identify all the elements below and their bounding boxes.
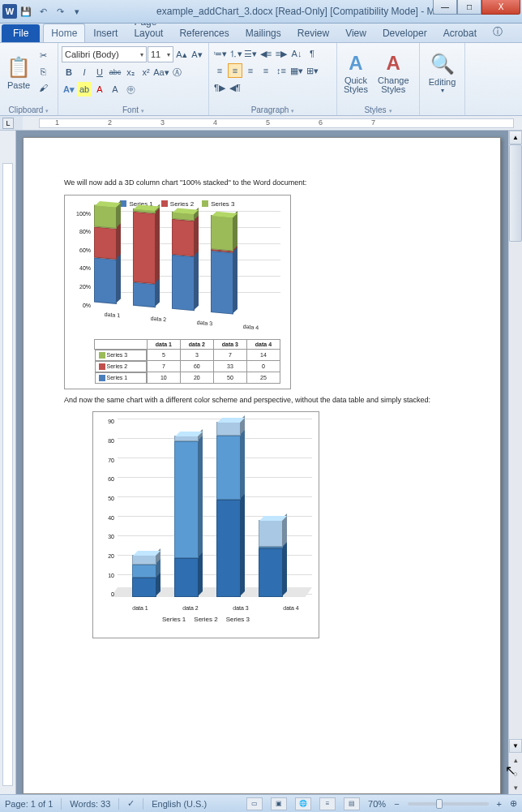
italic-button[interactable]: I: [77, 65, 92, 79]
font-group-label: Font: [58, 105, 208, 115]
format-painter-button[interactable]: 🖌: [36, 80, 50, 95]
paragraph-2: And now the same chart with a different …: [64, 396, 460, 406]
scroll-thumb[interactable]: [509, 144, 522, 242]
zoom-in-button[interactable]: +: [497, 799, 502, 809]
font-color-button[interactable]: A: [92, 82, 107, 97]
close-button[interactable]: X: [481, 0, 520, 15]
scroll-up-button[interactable]: ▲: [509, 131, 522, 144]
quick-styles-button[interactable]: AQuick Styles: [339, 45, 373, 101]
tab-review[interactable]: Review: [289, 24, 337, 42]
tab-developer[interactable]: Developer: [374, 24, 435, 42]
tab-acrobat[interactable]: Acrobat: [435, 24, 485, 42]
status-language[interactable]: English (U.S.): [152, 799, 207, 809]
maximize-button[interactable]: □: [457, 0, 481, 15]
enclose-characters-button[interactable]: ㊥: [123, 82, 138, 97]
numbering-button[interactable]: ⒈▾: [228, 46, 242, 61]
qa-save-button[interactable]: 💾: [18, 3, 34, 19]
collapse-ribbon-button[interactable]: ▴: [514, 24, 522, 42]
strike-button[interactable]: abc: [108, 65, 122, 79]
paste-button[interactable]: 📋Paste: [2, 45, 36, 101]
highlight-button[interactable]: ab: [77, 82, 92, 97]
status-bar: Page: 1 of 1 Words: 33 ✓ English (U.S.) …: [0, 794, 522, 812]
align-left-button[interactable]: ≡: [212, 63, 227, 78]
document-area: We will now add a 3D column chart "100% …: [0, 131, 508, 794]
character-shading-button[interactable]: A: [108, 82, 122, 97]
tab-file[interactable]: File: [2, 24, 40, 42]
text-effects-button[interactable]: A▾: [62, 82, 76, 97]
zoom-out-button[interactable]: −: [394, 799, 399, 809]
shrink-font-button[interactable]: A▾: [190, 47, 204, 62]
vertical-ruler[interactable]: [0, 131, 16, 794]
status-words[interactable]: Words: 33: [70, 799, 110, 809]
bullets-button[interactable]: ≔▾: [212, 46, 227, 61]
styles-aa-icon: A: [387, 52, 400, 75]
scroll-down-button[interactable]: ▼: [509, 739, 522, 753]
chart2-y-axis: 9080706050403020100: [101, 419, 114, 597]
status-page[interactable]: Page: 1 of 1: [5, 799, 53, 809]
word-app-icon[interactable]: W: [2, 4, 17, 19]
align-right-button[interactable]: ≡: [243, 63, 258, 78]
clipboard-icon: 📋: [6, 56, 31, 79]
chart1-data-table: data 1data 2data 3data 4 Series 353714 S…: [94, 339, 280, 385]
grow-font-button[interactable]: A▴: [174, 47, 189, 62]
view-draft-button[interactable]: ▤: [344, 797, 360, 810]
tab-view[interactable]: View: [337, 24, 374, 42]
status-proofing-icon[interactable]: ✓: [127, 798, 135, 809]
chart-stacked[interactable]: 9080706050403020100 data 1data 2data 3da…: [92, 411, 319, 638]
borders-button[interactable]: ⊞▾: [305, 63, 319, 78]
tab-mailings[interactable]: Mailings: [237, 24, 289, 42]
chart-100-stacked[interactable]: Series 1 Series 2 Series 3 100%80%60%40%…: [64, 195, 291, 389]
view-full-screen-button[interactable]: ▣: [271, 797, 287, 810]
ltr-button[interactable]: ¶▶: [212, 80, 227, 95]
cut-button[interactable]: ✂: [36, 48, 50, 62]
vertical-scrollbar[interactable]: ▲ ▼ ▴ ○ ▾: [508, 131, 522, 794]
view-outline-button[interactable]: ≡: [319, 797, 336, 810]
decrease-indent-button[interactable]: ◀≡: [259, 46, 273, 61]
zoom-level[interactable]: 70%: [368, 799, 386, 809]
multilevel-button[interactable]: ☰▾: [243, 46, 258, 61]
subscript-button[interactable]: x₂: [123, 65, 138, 79]
underline-button[interactable]: U: [92, 65, 107, 79]
styles-a-icon: A: [349, 52, 362, 75]
browse-next-button[interactable]: ▾: [509, 780, 522, 794]
chart2-legend: Series 1 Series 2 Series 3: [100, 616, 312, 623]
justify-button[interactable]: ≡: [259, 63, 273, 78]
tab-references[interactable]: References: [171, 24, 237, 42]
view-print-layout-button[interactable]: ▭: [246, 797, 263, 810]
font-size-combo[interactable]: 11▾: [148, 46, 173, 62]
increase-indent-button[interactable]: ≡▶: [274, 46, 289, 61]
show-marks-button[interactable]: ¶: [305, 46, 319, 61]
minimize-button[interactable]: —: [433, 0, 457, 15]
align-center-button[interactable]: ≡: [228, 63, 242, 78]
change-case-button[interactable]: Aa▾: [154, 65, 169, 79]
superscript-button[interactable]: x²: [139, 65, 153, 79]
zoom-slider[interactable]: [408, 802, 489, 806]
copy-button[interactable]: ⎘: [36, 64, 50, 79]
shading-button[interactable]: ▦▾: [289, 63, 304, 78]
view-web-button[interactable]: 🌐: [295, 797, 311, 810]
qa-undo-button[interactable]: ↶: [35, 3, 51, 19]
qa-customize-dropdown[interactable]: ▾: [69, 3, 85, 19]
tab-insert[interactable]: Insert: [85, 24, 126, 42]
paragraph-group-label: Paragraph: [209, 105, 336, 115]
change-styles-button[interactable]: AChange Styles: [373, 45, 414, 101]
tab-selector-button[interactable]: L: [2, 118, 14, 129]
find-icon: 🔍: [430, 53, 455, 75]
tab-home[interactable]: Home: [43, 24, 85, 42]
chart2-bars: [132, 422, 283, 597]
title-bar: W 💾 ↶ ↷ ▾ example_addChart_3.docx [Read-…: [0, 0, 522, 24]
browse-object-button[interactable]: ○: [509, 767, 522, 780]
sort-button[interactable]: A↓: [289, 46, 304, 61]
document-page[interactable]: We will now add a 3D column chart "100% …: [23, 137, 501, 794]
browse-prev-button[interactable]: ▴: [509, 753, 522, 767]
qa-redo-button[interactable]: ↷: [52, 3, 68, 19]
zoom-fit-button[interactable]: ⊕: [510, 798, 517, 809]
editing-button[interactable]: 🔍Editing▾: [421, 45, 463, 101]
help-button[interactable]: ⓘ: [485, 21, 511, 42]
rtl-button[interactable]: ◀¶: [228, 80, 242, 95]
line-spacing-button[interactable]: ↕≡: [274, 63, 289, 78]
horizontal-ruler[interactable]: 1234567: [23, 116, 522, 131]
clear-formatting-button[interactable]: Ⓐ: [169, 65, 184, 79]
font-name-combo[interactable]: Calibri (Body)▾: [62, 46, 147, 62]
bold-button[interactable]: B: [62, 65, 76, 79]
